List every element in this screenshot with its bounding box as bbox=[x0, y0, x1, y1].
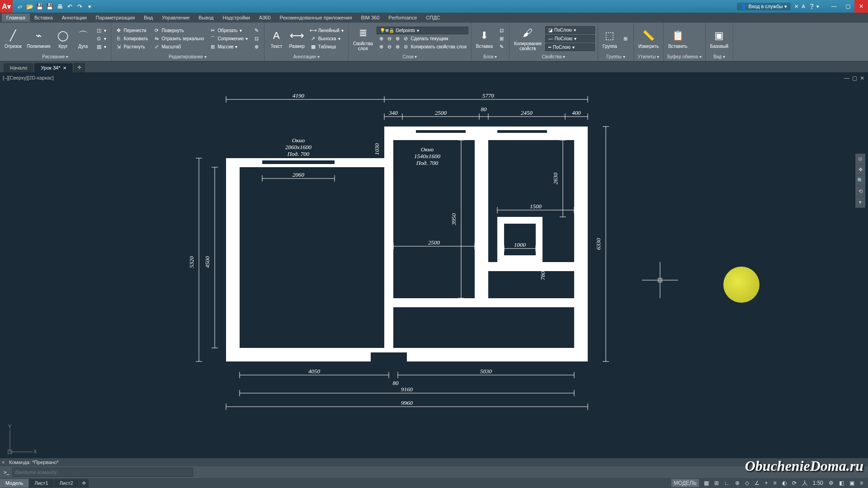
scale-display[interactable]: 1:50 bbox=[811, 479, 826, 487]
base-button[interactable]: ▣Базовый bbox=[708, 28, 730, 50]
app-icon[interactable]: A▾ bbox=[0, 0, 13, 13]
linetype-dropdown[interactable]: — ПоСлою ▾ bbox=[545, 35, 595, 42]
tab-param[interactable]: Параметризация bbox=[91, 14, 139, 22]
tab-view[interactable]: Вид bbox=[139, 14, 157, 22]
grp-ext[interactable]: ⊞ bbox=[621, 35, 631, 42]
iso-icon[interactable]: ◧ bbox=[837, 479, 846, 487]
gear-icon[interactable]: ⚙ bbox=[826, 479, 836, 487]
layer-dropdown[interactable]: 💡❄🔒 Defpoints ▾ bbox=[377, 27, 468, 34]
help-icon[interactable]: ❔ ▾ bbox=[809, 4, 819, 9]
measure-button[interactable]: 📏Измерить bbox=[637, 28, 660, 50]
tab-output[interactable]: Вывод bbox=[194, 14, 218, 22]
tab-main[interactable]: Главная bbox=[2, 14, 30, 22]
layer-row3[interactable]: ⊕⊖⊗⊘ Копировать свойства слоя bbox=[377, 43, 468, 51]
block-ext3[interactable]: ✎ bbox=[496, 43, 506, 50]
tab-insert[interactable]: Вставка bbox=[30, 14, 57, 22]
panel-groups-title[interactable]: Группы ▾ bbox=[601, 53, 631, 60]
circle-button[interactable]: ◯Круг bbox=[54, 28, 72, 50]
tab-a360[interactable]: A360 bbox=[255, 14, 275, 22]
mod-ext3[interactable]: ⊕ bbox=[251, 43, 261, 50]
rotate-button[interactable]: ⟳Повернуть bbox=[151, 27, 206, 34]
panel-clip-title[interactable]: Буфер обмена ▾ bbox=[666, 53, 703, 60]
trans-icon[interactable]: ◐ bbox=[780, 479, 789, 487]
model-tab[interactable]: Модель bbox=[0, 479, 28, 488]
modelspace-button[interactable]: МОДЕЛЬ bbox=[671, 479, 699, 487]
nav-orbit-icon[interactable]: ⟲ bbox=[855, 186, 865, 197]
draw-ext1[interactable]: ◫▾ bbox=[94, 27, 108, 34]
print-icon[interactable]: 🖶 bbox=[55, 2, 64, 11]
panel-utils-title[interactable]: Утилиты ▾ bbox=[637, 53, 660, 60]
custom-icon[interactable]: ≡ bbox=[858, 479, 865, 487]
text-button[interactable]: AТекст bbox=[267, 28, 285, 50]
vp-close-icon[interactable]: ✕ bbox=[860, 75, 864, 81]
layout-add[interactable]: ✛ bbox=[79, 479, 89, 488]
login-button[interactable]: 👤 Вход в службы ▾ bbox=[737, 3, 790, 10]
array-button[interactable]: ⊞Массив ▾ bbox=[208, 43, 250, 50]
nav-zoom-icon[interactable]: 🔍 bbox=[855, 175, 865, 186]
linear-button[interactable]: ⟷Линейный ▾ bbox=[308, 27, 345, 34]
lwt-icon[interactable]: ≡ bbox=[771, 479, 779, 487]
leader-button[interactable]: ↗Выноска ▾ bbox=[308, 35, 345, 42]
paste-button[interactable]: 📋Вставить bbox=[666, 28, 689, 50]
tab-current[interactable]: Урок 34*✕ bbox=[34, 63, 73, 72]
exchange-icon[interactable]: ✕ bbox=[794, 4, 798, 9]
block-ext1[interactable]: ⊡ bbox=[496, 27, 506, 34]
nav-more-icon[interactable]: ▾ bbox=[855, 197, 865, 208]
panel-layers-title[interactable]: Слои ▾ bbox=[351, 53, 468, 60]
layout1-tab[interactable]: Лист1 bbox=[29, 479, 53, 488]
matchprops-button[interactable]: 🖌Копирование свойств bbox=[512, 25, 543, 52]
maximize-icon[interactable]: ▢ bbox=[841, 0, 854, 13]
clean-icon[interactable]: ▣ bbox=[847, 479, 857, 487]
tab-annot[interactable]: Аннотации bbox=[57, 14, 91, 22]
tab-add[interactable]: ✛ bbox=[74, 63, 85, 72]
ortho-icon[interactable]: ∟ bbox=[722, 479, 732, 487]
open-icon[interactable]: 📂 bbox=[25, 2, 34, 11]
viewport-label[interactable]: [–][Сверху][2D-каркас] bbox=[3, 75, 54, 80]
panel-block-title[interactable]: Блок ▾ bbox=[474, 53, 506, 60]
tab-manage[interactable]: Управление bbox=[157, 14, 194, 22]
new-icon[interactable]: ▱ bbox=[15, 2, 24, 11]
tab-perf[interactable]: Performance bbox=[384, 14, 421, 22]
nav-wheel-icon[interactable]: ◎ bbox=[855, 154, 865, 164]
tab-bim360[interactable]: BIM 360 bbox=[356, 14, 384, 22]
line-button[interactable]: ╱Отрезок bbox=[3, 28, 24, 50]
insert-button[interactable]: ⬇Вставка bbox=[474, 28, 495, 50]
vp-min-icon[interactable]: — bbox=[844, 75, 849, 81]
tab-start[interactable]: Начало bbox=[4, 63, 33, 72]
mod-ext1[interactable]: ✎ bbox=[251, 27, 261, 34]
cycle-icon[interactable]: ⟳ bbox=[790, 479, 799, 487]
panel-modify-title[interactable]: Редактирование ▾ bbox=[114, 53, 262, 60]
vp-max-icon[interactable]: ▢ bbox=[852, 75, 857, 81]
arc-button[interactable]: ⌒Дуга bbox=[74, 28, 92, 50]
panel-annot-title[interactable]: Аннотации ▾ bbox=[267, 53, 345, 60]
block-ext2[interactable]: ⊞ bbox=[496, 35, 506, 42]
draw-ext2[interactable]: ⊙▾ bbox=[94, 35, 108, 42]
close-icon[interactable]: ✕ bbox=[854, 0, 868, 13]
trim-button[interactable]: ✂Обрезать ▾ bbox=[208, 27, 250, 34]
draw-ext3[interactable]: ▨▾ bbox=[94, 43, 108, 50]
minimize-icon[interactable]: — bbox=[827, 0, 841, 13]
app-a-icon[interactable]: A bbox=[802, 4, 805, 9]
dim-button[interactable]: ⟷Размер bbox=[287, 28, 306, 50]
osnap-icon[interactable]: ◇ bbox=[743, 479, 751, 487]
tab-close-icon[interactable]: ✕ bbox=[63, 66, 66, 70]
grid-icon[interactable]: ▦ bbox=[702, 479, 711, 487]
lineweight-dropdown[interactable]: ━ ПоСлою ▾ bbox=[545, 43, 595, 51]
layout2-tab[interactable]: Лист2 bbox=[54, 479, 79, 488]
save-icon[interactable]: 💾 bbox=[35, 2, 44, 11]
move-button[interactable]: ✥Перенести bbox=[114, 27, 150, 34]
layer-row2[interactable]: ⊕⊖⊗⊘ Сделать текущим bbox=[377, 35, 468, 42]
otrack-icon[interactable]: ∠ bbox=[752, 479, 762, 487]
undo-icon[interactable]: ↶ bbox=[65, 2, 74, 11]
polyline-button[interactable]: ⌁Полилиния bbox=[25, 28, 52, 50]
scale-button[interactable]: ⤢Масштаб bbox=[151, 43, 206, 50]
redo-icon[interactable]: ↷ bbox=[75, 2, 84, 11]
tab-addins[interactable]: Надстройки bbox=[218, 14, 255, 22]
panel-view-title[interactable]: Вид ▾ bbox=[708, 53, 730, 60]
mirror-button[interactable]: ⇋Отразить зеркально bbox=[151, 35, 206, 42]
drawing-canvas[interactable]: [–][Сверху][2D-каркас] — ▢ ✕ 4190 5770 3… bbox=[0, 72, 868, 462]
snap-icon[interactable]: ⊞ bbox=[712, 479, 721, 487]
saveas-icon[interactable]: 💾 bbox=[45, 2, 54, 11]
tab-recapps[interactable]: Рекомендованные приложения bbox=[275, 14, 357, 22]
polar-icon[interactable]: ⊕ bbox=[733, 479, 742, 487]
